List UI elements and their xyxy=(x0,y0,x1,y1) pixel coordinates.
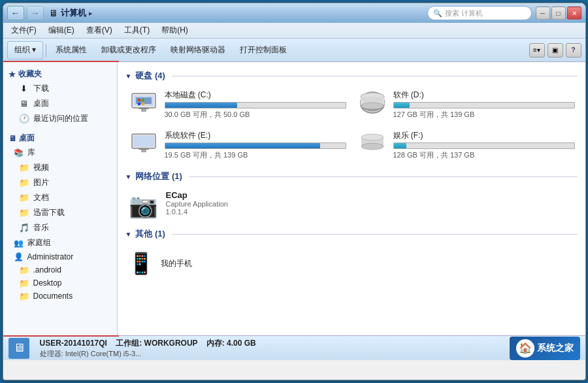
search-placeholder: 搜索 计算机 xyxy=(445,8,483,18)
organize-button[interactable]: 组织 ▾ xyxy=(7,41,43,59)
main-content: ★ 收藏夹 ⬇ 下载 🖥 桌面 🕐 最近访问的位置 🖥 桌面 xyxy=(3,62,585,335)
menu-tools[interactable]: 工具(T) xyxy=(119,24,155,37)
sidebar-item-desktop-folder[interactable]: 📁 Desktop xyxy=(3,276,117,290)
brand-logo: 🏠 系统之家 xyxy=(510,337,580,360)
status-info: USER-20141017QI 工作组: WORKGROUP 内存: 4.00 … xyxy=(40,338,499,359)
sidebar-item-thunder[interactable]: 📁 迅雷下载 xyxy=(3,205,117,220)
ecap-icon: 📷 xyxy=(128,190,159,222)
drive-f-size: 128 GB 可用，共 137 GB xyxy=(393,150,575,160)
svg-rect-20 xyxy=(141,150,146,152)
minimize-button[interactable]: ─ xyxy=(536,7,550,20)
maximize-button[interactable]: □ xyxy=(551,7,566,20)
sidebar-desktop-section[interactable]: 🖥 桌面 xyxy=(3,129,117,145)
thunder-folder-icon: 📁 xyxy=(19,208,29,218)
sidebar-item-desktop[interactable]: 🖥 桌面 xyxy=(3,96,117,111)
drive-c-size: 30.0 GB 可用，共 50.0 GB xyxy=(165,110,346,120)
homegroup-icon: 👥 xyxy=(14,239,24,248)
phone-item[interactable]: 📱 我的手机 xyxy=(125,245,578,282)
uninstall-button[interactable]: 卸载或更改程序 xyxy=(95,41,163,59)
menu-bar: 文件(F) 编辑(E) 查看(V) 工具(T) 帮助(H) xyxy=(3,23,585,39)
help-button[interactable]: ? xyxy=(566,43,581,58)
drives-section-label: 硬盘 (4) xyxy=(135,70,165,82)
sidebar-library-header[interactable]: 📚 库 xyxy=(3,145,117,160)
drive-f[interactable]: 娱乐 (F:) 128 GB 可用，共 137 GB xyxy=(354,127,578,163)
back-button[interactable]: ← xyxy=(7,6,24,20)
sidebar-item-documents-folder[interactable]: 📁 Documents xyxy=(3,290,117,303)
other-section-header[interactable]: 其他 (1) xyxy=(125,228,578,240)
sidebar: ★ 收藏夹 ⬇ 下载 🖥 桌面 🕐 最近访问的位置 🖥 桌面 xyxy=(3,62,118,335)
pictures-folder-icon: 📁 xyxy=(19,178,29,188)
drives-section-header[interactable]: 硬盘 (4) xyxy=(125,70,578,82)
svg-point-17 xyxy=(361,103,384,109)
drive-f-icon xyxy=(357,130,388,156)
drive-c-info: 本地磁盘 (C:) 30.0 GB 可用，共 50.0 GB xyxy=(165,90,346,120)
sidebar-item-video[interactable]: 📁 视频 xyxy=(3,160,117,175)
window-controls: ─ □ ✕ xyxy=(536,7,581,20)
svg-point-23 xyxy=(361,134,384,141)
drive-e-icon xyxy=(128,130,159,156)
forward-button[interactable]: → xyxy=(27,6,44,20)
sidebar-homegroup[interactable]: 👥 家庭组 xyxy=(3,235,117,250)
video-folder-icon: 📁 xyxy=(19,163,29,173)
sidebar-item-pictures[interactable]: 📁 图片 xyxy=(3,175,117,190)
svg-rect-21 xyxy=(133,135,154,147)
menu-help[interactable]: 帮助(H) xyxy=(156,24,193,37)
svg-rect-7 xyxy=(139,108,149,109)
toolbar: 组织 ▾ 系统属性 卸载或更改程序 映射网络驱动器 打开控制面板 ≡▾ ▣ ? xyxy=(3,39,585,62)
ecap-info: ECap Capture Application 1.0.1.4 xyxy=(166,190,575,216)
drive-d-icon xyxy=(357,90,388,116)
sidebar-item-recent[interactable]: 🕐 最近访问的位置 xyxy=(3,111,117,126)
drive-c-bar-container xyxy=(165,102,346,108)
sidebar-item-android[interactable]: 📁 .android xyxy=(3,263,117,276)
sidebar-admin[interactable]: 👤 Administrator xyxy=(3,250,117,263)
sidebar-item-documents[interactable]: 📁 文档 xyxy=(3,190,117,205)
sidebar-item-music[interactable]: 🎵 音乐 xyxy=(3,220,117,235)
drive-e-info: 系统软件 (E:) 19.5 GB 可用，共 139 GB xyxy=(165,130,346,160)
drive-c-name: 本地磁盘 (C:) xyxy=(165,90,346,101)
drive-c[interactable]: 本地磁盘 (C:) 30.0 GB 可用，共 50.0 GB xyxy=(125,87,349,122)
admin-icon: 👤 xyxy=(14,252,24,261)
drive-f-info: 娱乐 (F:) 128 GB 可用，共 137 GB xyxy=(393,130,575,160)
menu-edit[interactable]: 编辑(E) xyxy=(43,24,80,37)
drive-f-name: 娱乐 (F:) xyxy=(393,130,575,141)
processor-info: 处理器: Intel(R) Core(TM) i5-3... xyxy=(40,349,499,359)
drive-f-bar-container xyxy=(393,142,575,149)
ecap-desc1: Capture Application xyxy=(166,200,575,208)
desktop-icon: 🖥 xyxy=(19,99,29,108)
ecap-name: ECap xyxy=(166,190,575,200)
documents-folder2-icon: 📁 xyxy=(19,291,29,301)
menu-file[interactable]: 文件(F) xyxy=(6,24,42,37)
menu-view[interactable]: 查看(V) xyxy=(81,24,118,37)
phone-icon: 📱 xyxy=(128,248,154,279)
ecap-item[interactable]: 📷 ECap Capture Application 1.0.1.4 xyxy=(125,188,578,224)
drive-d-size: 127 GB 可用，共 139 GB xyxy=(393,110,575,120)
drive-e-size: 19.5 GB 可用，共 139 GB xyxy=(165,150,346,160)
map-drive-button[interactable]: 映射网络驱动器 xyxy=(164,41,232,59)
drives-grid: 本地磁盘 (C:) 30.0 GB 可用，共 50.0 GB xyxy=(125,87,578,163)
drive-e-bar xyxy=(165,143,320,148)
svg-rect-5 xyxy=(138,103,140,105)
network-section-header[interactable]: 网络位置 (1) xyxy=(125,171,578,182)
sidebar-item-download[interactable]: ⬇ 下载 xyxy=(3,81,117,96)
drive-d-bar xyxy=(394,103,410,108)
system-props-button[interactable]: 系统属性 xyxy=(49,41,93,59)
close-button[interactable]: ✕ xyxy=(567,7,581,20)
details-pane-button[interactable]: ▣ xyxy=(547,43,563,58)
desktop-section-icon: 🖥 xyxy=(8,134,16,143)
title-path: 计算机 xyxy=(61,7,86,19)
view-options-button[interactable]: ≡▾ xyxy=(529,43,545,58)
ecap-desc2: 1.0.1.4 xyxy=(166,208,575,216)
drive-d-name: 软件 (D:) xyxy=(393,90,575,101)
documents-folder-icon: 📁 xyxy=(19,193,29,203)
search-box[interactable]: 🔍 搜索 计算机 xyxy=(427,6,532,20)
svg-rect-19 xyxy=(139,148,149,150)
drive-d[interactable]: 软件 (D:) 127 GB 可用，共 139 GB xyxy=(354,87,578,122)
drive-f-bar xyxy=(394,143,406,148)
drive-c-bar xyxy=(165,103,237,108)
drive-e[interactable]: 系统软件 (E:) 19.5 GB 可用，共 139 GB xyxy=(125,127,349,163)
control-panel-button[interactable]: 打开控制面板 xyxy=(233,41,293,59)
logo-text: 系统之家 xyxy=(537,342,574,354)
logo-icon: 🏠 xyxy=(516,339,534,358)
svg-rect-3 xyxy=(138,99,140,101)
library-icon: 📚 xyxy=(14,148,24,158)
